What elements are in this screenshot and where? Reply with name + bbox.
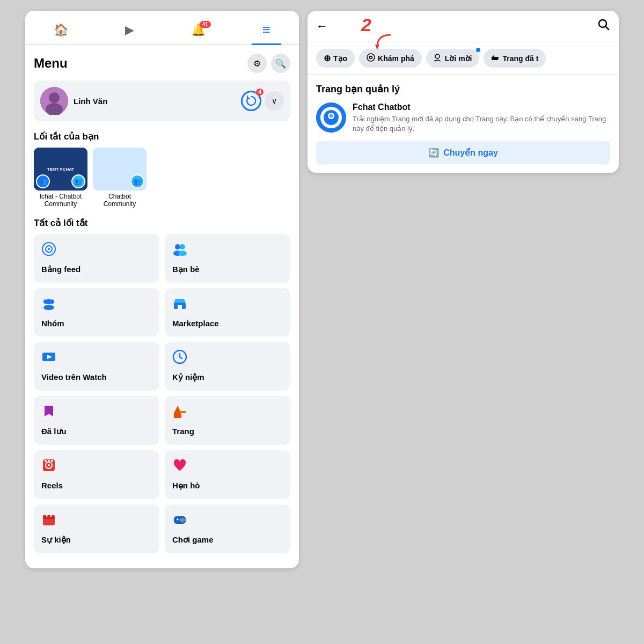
reels-label: Reels	[41, 481, 152, 490]
page-logo	[316, 103, 346, 133]
transfer-icon: 🔄	[428, 148, 439, 158]
svg-rect-30	[46, 514, 48, 517]
svg-point-36	[184, 519, 185, 521]
su-kien-label: Sự kiện	[41, 535, 152, 545]
nav-notifications[interactable]: 🔔 41	[180, 19, 216, 42]
tab-tao[interactable]: ⊕ Tạo	[316, 49, 355, 68]
grid-row-5: Reels Hẹn hò	[34, 450, 290, 499]
all-shortcuts-label: Tất cả lối tắt	[34, 217, 290, 229]
grid-row-6: Sự kiện Chơi game	[34, 504, 290, 553]
video-watch-label: Video trên Watch	[41, 372, 152, 382]
choi-game-label: Chơi game	[172, 535, 283, 545]
search-button[interactable]: 🔍	[271, 54, 290, 73]
menu-header: Menu ⚙ 🔍	[34, 54, 290, 73]
search-icon: 🔍	[275, 58, 286, 69]
explore-icon	[367, 53, 375, 63]
svg-point-13	[43, 305, 54, 310]
svg-point-5	[48, 248, 50, 250]
tab-bar-wrapper: 2 ⊕ Tạo Khám phá Lời mời	[308, 42, 619, 75]
svg-point-44	[435, 54, 440, 58]
svg-point-26	[48, 460, 50, 462]
refresh-icon	[245, 95, 257, 107]
grid-row-4: Đã lưu Trang ← 1	[34, 396, 290, 445]
svg-rect-31	[50, 514, 52, 517]
pages-icon	[172, 404, 283, 422]
grid-item-bang-feed[interactable]: Bảng feed	[34, 234, 159, 283]
profile-card[interactable]: Linh Văn 4 ∨	[34, 80, 290, 121]
left-content: Menu ⚙ 🔍 Linh Văn	[25, 45, 299, 568]
trang-label: Trang	[172, 427, 283, 436]
grid-item-reels[interactable]: Reels	[34, 450, 159, 499]
transfer-button[interactable]: 🔄 Chuyển ngay	[316, 141, 610, 164]
marketplace-label: Marketplace	[172, 319, 283, 328]
shortcuts-row: TBOT FCHAT 👥 👥 fchat - Chatbot Community	[34, 148, 290, 208]
search-icon	[597, 18, 610, 31]
grid-item-su-kien[interactable]: Sự kiện	[34, 504, 159, 553]
tab-kham-pha[interactable]: Khám phá	[359, 49, 422, 68]
tab-loi-moi[interactable]: Lời mời	[426, 49, 480, 68]
ban-be-label: Bạn bè	[172, 265, 283, 274]
svg-point-6	[175, 244, 180, 250]
svg-point-27	[51, 460, 53, 462]
tab-trang-da[interactable]: Trang đã t	[484, 49, 546, 68]
page-card: Fchat Chatbot Trải nghiệm Trang mới đã á…	[316, 103, 610, 134]
feed-icon	[41, 241, 152, 260]
chevron-down-button[interactable]: ∨	[265, 91, 284, 111]
menu-title: Menu	[34, 56, 68, 71]
right-search-button[interactable]	[597, 18, 610, 34]
grid-item-choi-game[interactable]: Chơi game	[165, 504, 290, 553]
svg-point-38	[180, 519, 181, 521]
svg-point-24	[48, 464, 50, 466]
reels-icon	[41, 458, 152, 477]
nav-video[interactable]: ▶	[114, 19, 145, 42]
profile-badge-count: 4	[256, 89, 264, 96]
gaming-icon	[172, 512, 283, 531]
tab-bar: ⊕ Tạo Khám phá Lời mời Trang đ	[308, 42, 619, 75]
home-icon: 🏠	[54, 23, 68, 37]
profile-badge-icon[interactable]: 4	[241, 91, 261, 111]
grid-item-nhom[interactable]: Nhóm	[34, 288, 159, 336]
grid-section: Bảng feed Bạn bè Nhóm	[34, 234, 290, 553]
grid-item-da-luu[interactable]: Đã lưu	[34, 396, 159, 445]
shortcut-fchat-name: fchat - Chatbot Community	[34, 193, 87, 208]
svg-point-35	[182, 518, 183, 519]
invite-icon	[434, 53, 442, 63]
tab-trang-da-label: Trang đã t	[502, 54, 538, 63]
grid-row-3: Video trên Watch Kỷ niệm	[34, 342, 290, 391]
grid-item-trang[interactable]: Trang ← 1	[165, 396, 290, 445]
svg-point-7	[180, 244, 185, 250]
menu-actions: ⚙ 🔍	[247, 54, 290, 73]
grid-item-video-watch[interactable]: Video trên Watch	[34, 342, 159, 391]
grid-item-hen-ho[interactable]: Hẹn hò	[165, 450, 290, 499]
nav-home[interactable]: 🏠	[43, 19, 79, 42]
page-info: Fchat Chatbot Trải nghiệm Trang mới đã á…	[353, 103, 610, 134]
right-section-title: Trang bạn quản lý	[316, 83, 610, 95]
liked-icon	[491, 53, 500, 63]
events-icon	[41, 512, 152, 531]
svg-rect-19	[174, 413, 181, 418]
avatar	[40, 87, 68, 115]
shortcut-chatbot[interactable]: 👥 Chatbot Community	[93, 148, 147, 208]
shortcut-fchat[interactable]: TBOT FCHAT 👥 👥 fchat - Chatbot Community	[34, 148, 87, 208]
right-header: ←	[308, 11, 619, 42]
watch-icon	[41, 349, 152, 368]
tab-kham-pha-label: Khám phá	[378, 54, 414, 63]
svg-rect-29	[43, 515, 55, 519]
right-content: Trang bạn quản lý Fchat	[308, 75, 619, 173]
svg-point-12	[46, 299, 52, 304]
gear-button[interactable]: ⚙	[247, 54, 267, 73]
nav-menu[interactable]: ≡	[252, 17, 281, 45]
left-panel: 🏠 ▶ 🔔 41 ≡ Menu ⚙ 🔍	[25, 11, 299, 568]
shortcuts-label: Lối tắt của bạn	[34, 131, 290, 142]
svg-rect-34	[177, 518, 178, 521]
grid-item-ban-be[interactable]: Bạn bè	[165, 234, 290, 283]
svg-rect-15	[178, 305, 182, 309]
tab-tao-label: Tạo	[333, 54, 347, 63]
profile-name: Linh Văn	[74, 97, 236, 106]
notification-badge: 41	[200, 21, 211, 28]
svg-point-49	[331, 115, 332, 116]
grid-item-ky-niem[interactable]: Kỷ niệm	[165, 342, 290, 391]
back-button[interactable]: ←	[316, 19, 328, 33]
grid-item-marketplace[interactable]: Marketplace	[165, 288, 290, 336]
tab-loi-moi-label: Lời mời	[445, 54, 472, 63]
